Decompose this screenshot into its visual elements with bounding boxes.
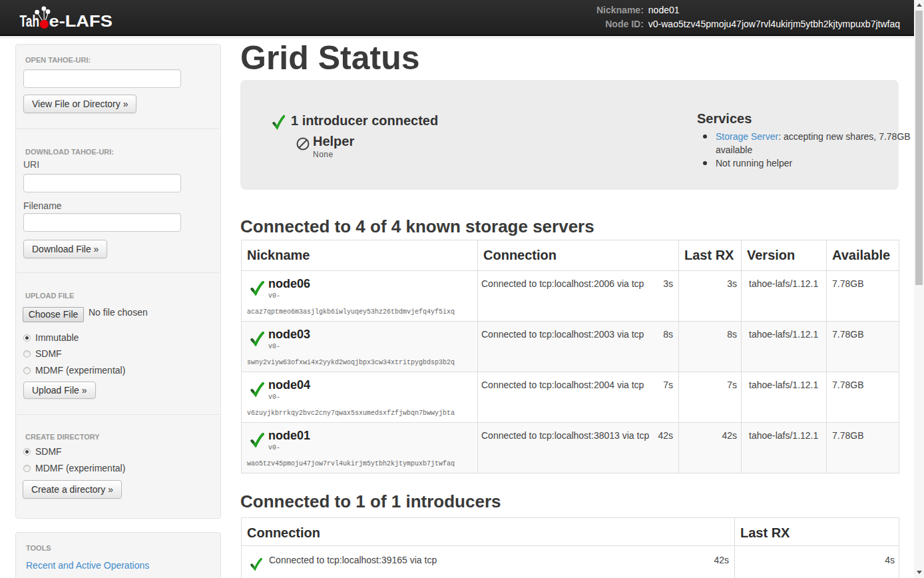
svg-text:Tah: Tah [20, 12, 39, 29]
svg-text:e-LAFS: e-LAFS [49, 12, 113, 29]
